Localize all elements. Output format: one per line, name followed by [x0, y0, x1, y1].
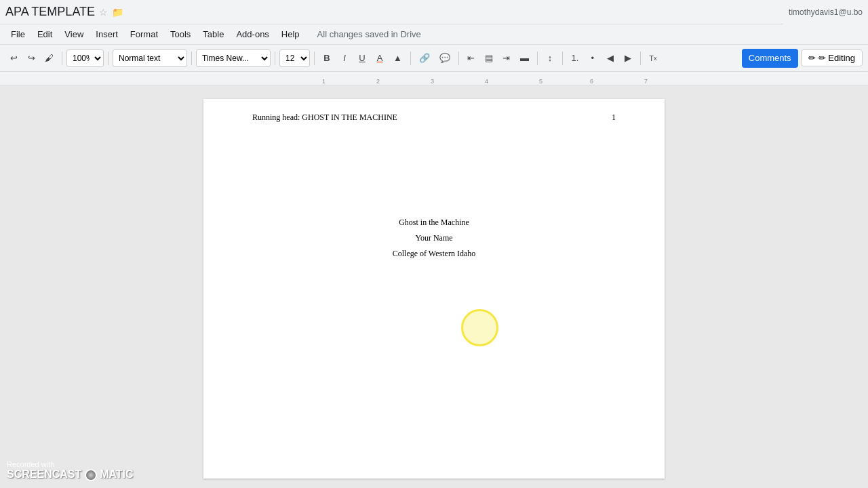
menu-file[interactable]: File [5, 26, 31, 42]
paragraph-style-select[interactable]: Normal text [113, 49, 187, 67]
menu-insert[interactable]: Insert [90, 26, 123, 42]
separator-8 [537, 52, 538, 65]
page-number: 1 [612, 113, 616, 123]
redo-button[interactable]: ↪ [23, 49, 39, 68]
bold-button[interactable]: B [319, 49, 335, 68]
font-size-select[interactable]: 12 [279, 49, 310, 67]
toolbar: ↩ ↪ 🖌 100% Normal text Times New... 12 B… [0, 45, 868, 72]
pencil-icon: ✏ [808, 53, 816, 63]
menu-addons[interactable]: Add-ons [231, 26, 274, 42]
decrease-indent-button[interactable]: ◀ [602, 49, 618, 68]
separator-5 [314, 52, 315, 65]
running-head: Running head: GHOST IN THE MACHINE 1 [252, 113, 616, 123]
ruler-mark-5: 5 [539, 78, 542, 85]
underline-button[interactable]: U [354, 49, 370, 68]
menu-view[interactable]: View [59, 26, 89, 42]
text-color-button[interactable]: A [372, 49, 388, 68]
separator-10 [640, 52, 641, 65]
toolbar-right: Comments ✏ ✏ Editing [742, 49, 863, 68]
menu-format[interactable]: Format [125, 26, 163, 42]
menu-help[interactable]: Help [276, 26, 305, 42]
star-icon[interactable]: ☆ [99, 7, 108, 18]
author-line: Your Name [415, 233, 452, 243]
ruler-mark-3: 3 [431, 78, 434, 85]
ruler-content: 1 2 3 4 5 6 7 [214, 72, 868, 85]
undo-button[interactable]: ↩ [5, 49, 22, 68]
menu-edit[interactable]: Edit [32, 26, 58, 42]
menu-table[interactable]: Table [197, 26, 229, 42]
clear-format-button[interactable]: Tx [645, 49, 661, 68]
ordered-list-button[interactable]: 1. [567, 49, 583, 68]
align-left-button[interactable]: ⇤ [463, 49, 479, 68]
title-left: APA TEMPLATE ☆ 📁 [5, 5, 123, 19]
folder-icon[interactable]: 📁 [112, 7, 123, 18]
link-button[interactable]: 🔗 [415, 49, 434, 68]
unordered-list-button[interactable]: • [585, 49, 601, 68]
running-head-text: Running head: GHOST IN THE MACHINE [252, 113, 397, 123]
align-right-button[interactable]: ⇥ [498, 49, 515, 68]
font-select[interactable]: Times New... [196, 49, 271, 67]
zoom-select[interactable]: 100% [66, 49, 104, 67]
watermark-recorded-text: Recorded with [7, 460, 134, 468]
ruler: 1 2 3 4 5 6 7 [0, 72, 868, 85]
autosave-message: All changes saved in Drive [317, 29, 421, 39]
watermark: Recorded with SCREENCAST MATIC [7, 460, 134, 481]
title-bar: APA TEMPLATE ☆ 📁 timothydavis1@u.bo [0, 0, 868, 24]
separator-4 [275, 52, 275, 65]
separator-6 [410, 52, 411, 65]
menu-bar: File Edit View Insert Format Tools Table… [0, 24, 868, 45]
line-spacing-button[interactable]: ↕ [542, 49, 558, 68]
separator-3 [191, 52, 192, 65]
ruler-mark-2: 2 [376, 78, 380, 85]
watermark-brand: SCREENCAST MATIC [7, 468, 134, 481]
title-line: Ghost in the Machine [399, 218, 469, 228]
comments-button[interactable]: Comments [742, 49, 798, 68]
separator-7 [458, 52, 459, 65]
align-center-button[interactable]: ▤ [481, 49, 497, 68]
ruler-mark-7: 7 [644, 78, 648, 85]
menu-tools[interactable]: Tools [165, 26, 196, 42]
user-area: timothydavis1@u.bo [783, 0, 868, 24]
highlight-button[interactable]: ▲ [389, 49, 406, 68]
comment-button[interactable]: 💬 [435, 49, 454, 68]
ruler-mark-4: 4 [485, 78, 488, 85]
separator-1 [62, 52, 62, 65]
separator-2 [108, 52, 108, 65]
align-justify-button[interactable]: ▬ [516, 49, 533, 68]
italic-button[interactable]: I [336, 49, 353, 68]
cursor-highlight [461, 309, 498, 346]
doc-title[interactable]: APA TEMPLATE [5, 5, 95, 19]
document-area: Running head: GHOST IN THE MACHINE 1 Gho… [0, 85, 868, 488]
paint-format-button[interactable]: 🖌 [41, 49, 58, 68]
separator-9 [562, 52, 563, 65]
editing-label: ✏ Editing [818, 53, 855, 63]
user-email: timothydavis1@u.bo [789, 7, 863, 17]
editing-mode-button[interactable]: ✏ ✏ Editing [801, 49, 863, 66]
institution-line: College of Western Idaho [393, 249, 475, 259]
ruler-mark-6: 6 [590, 78, 593, 85]
increase-indent-button[interactable]: ▶ [620, 49, 636, 68]
page-content: Ghost in the Machine Your Name College o… [252, 136, 616, 259]
ruler-mark-1: 1 [322, 78, 326, 85]
page[interactable]: Running head: GHOST IN THE MACHINE 1 Gho… [203, 99, 665, 479]
